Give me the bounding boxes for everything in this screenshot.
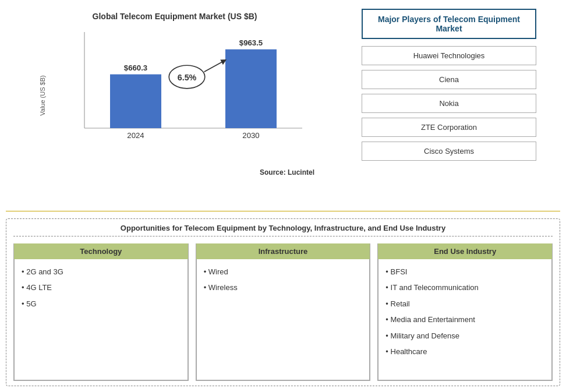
tech-item-3: 5G: [22, 297, 181, 310]
x-label-2030: 2030: [242, 130, 259, 139]
end-use-item-5: Military and Defense: [385, 329, 544, 342]
player-item-2: Ciena: [362, 70, 536, 89]
infrastructure-content: Wired Wireless: [196, 259, 370, 380]
player-item-1: Huawei Technologies: [362, 46, 536, 65]
bar-2030-label: $963.5: [239, 38, 263, 47]
tech-item-2: 4G LTE: [22, 281, 181, 294]
player-item-3: Nokia: [362, 94, 536, 113]
columns-row: Technology 2G and 3G 4G LTE 5G Infrastru…: [13, 243, 553, 381]
end-use-item-2: IT and Telecommunication: [385, 281, 544, 294]
divider-line: [6, 211, 560, 211]
chart-title: Global Telecom Equipment Market (US $B): [93, 12, 257, 21]
y-axis-label: Value (US $B): [39, 75, 46, 116]
main-container: Global Telecom Equipment Market (US $B) …: [0, 0, 566, 392]
bar-2030: [225, 50, 277, 128]
infra-item-1: Wired: [204, 265, 363, 278]
technology-list: 2G and 3G 4G LTE 5G: [22, 265, 181, 310]
end-use-content: BFSI IT and Telecommunication Retail Med…: [378, 259, 552, 380]
x-label-2024: 2024: [127, 130, 144, 139]
tech-item-1: 2G and 3G: [22, 265, 181, 278]
technology-header: Technology: [14, 243, 188, 259]
bar-2024-label: $660.3: [124, 63, 147, 72]
end-use-item-4: Media and Entertainment: [385, 313, 544, 326]
infrastructure-header: Infrastructure: [196, 243, 370, 259]
chart-wrapper: Value (US $B) $660.3 $963.5: [35, 26, 314, 165]
opportunities-title: Opportunities for Telecom Equipment by T…: [13, 224, 553, 236]
player-item-4: ZTE Corporation: [362, 118, 536, 137]
bar-2024: [110, 75, 161, 128]
infrastructure-list: Wired Wireless: [204, 265, 363, 295]
end-use-list: BFSI IT and Telecommunication Retail Med…: [385, 265, 544, 358]
technology-content: 2G and 3G 4G LTE 5G: [14, 259, 188, 380]
infrastructure-column: Infrastructure Wired Wireless: [196, 243, 371, 381]
end-use-item-1: BFSI: [385, 265, 544, 278]
infra-item-2: Wireless: [204, 281, 363, 294]
players-area: Major Players of Telecom Equipment Marke…: [338, 6, 560, 204]
player-item-5: Cisco Systems: [362, 142, 536, 161]
technology-column: Technology 2G and 3G 4G LTE 5G: [13, 243, 189, 381]
players-title: Major Players of Telecom Equipment Marke…: [362, 9, 536, 39]
end-use-column: End Use Industry BFSI IT and Telecommuni…: [377, 243, 553, 381]
growth-arrow: [204, 61, 224, 72]
top-section: Global Telecom Equipment Market (US $B) …: [6, 6, 560, 204]
end-use-item-6: Healthcare: [385, 345, 544, 358]
growth-rate-label: 6.5%: [178, 73, 197, 82]
chart-source: Source: Lucintel: [23, 168, 326, 176]
end-use-item-3: Retail: [385, 297, 544, 310]
bottom-section: Opportunities for Telecom Equipment by T…: [6, 218, 560, 386]
chart-svg: $660.3 $963.5 2024 2030 6.5%: [47, 26, 314, 154]
chart-area: Global Telecom Equipment Market (US $B) …: [6, 6, 332, 204]
end-use-header: End Use Industry: [378, 243, 552, 259]
